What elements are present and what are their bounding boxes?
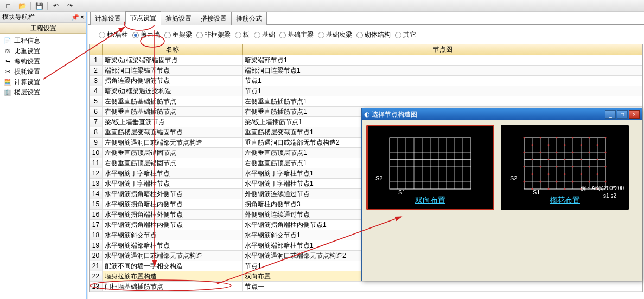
nav-item-icon: 🏢 bbox=[3, 88, 12, 97]
table-row[interactable]: 4暗梁/边框梁遇连梁构造节点1 bbox=[90, 86, 642, 96]
minimize-button[interactable]: _ bbox=[605, 110, 616, 119]
thumb-label[interactable]: 梅花布置 bbox=[550, 196, 580, 205]
svg-point-63 bbox=[581, 173, 582, 175]
radio-7[interactable]: 基础次梁 bbox=[318, 30, 352, 40]
radio-4[interactable]: 板 bbox=[235, 30, 250, 40]
new-button[interactable]: □ bbox=[2, 1, 14, 11]
radio-9[interactable]: 其它 bbox=[395, 30, 416, 40]
nav-item-3[interactable]: ✂损耗设置 bbox=[1, 67, 85, 77]
nav-item-5[interactable]: 🏢楼层设置 bbox=[1, 87, 85, 98]
save-button[interactable]: 💾 bbox=[33, 1, 45, 11]
row-name: 拐角连梁内侧钢筋节点 bbox=[103, 76, 243, 86]
row-index: 23 bbox=[90, 282, 103, 291]
tab-1[interactable]: 节点设置 bbox=[125, 11, 161, 25]
row-index: 13 bbox=[90, 179, 103, 188]
layout-thumb-0[interactable]: S2S1双向布置 bbox=[366, 125, 494, 210]
radio-8[interactable]: 砌体结构 bbox=[356, 30, 391, 40]
svg-point-69 bbox=[589, 181, 590, 183]
svg-point-73 bbox=[564, 188, 566, 190]
thumb-label[interactable]: 双向布置 bbox=[415, 196, 445, 205]
table-row[interactable]: 1暗梁/边框梁端部锚固节点暗梁端部节点1 bbox=[90, 55, 642, 66]
radio-icon bbox=[164, 32, 171, 38]
radio-label: 砌体结构 bbox=[365, 30, 391, 40]
close-button[interactable]: × bbox=[629, 110, 640, 119]
svg-point-64 bbox=[597, 173, 598, 175]
radio-icon bbox=[196, 32, 203, 38]
svg-point-32 bbox=[524, 137, 525, 139]
tab-2[interactable]: 箍筋设置 bbox=[161, 12, 196, 25]
nav-item-icon: 📄 bbox=[3, 37, 12, 46]
dialog-titlebar[interactable]: ◐ 选择节点构造图 _ □ × bbox=[362, 108, 642, 120]
radio-2[interactable]: 框架梁 bbox=[164, 30, 192, 40]
row-index: 12 bbox=[90, 168, 103, 178]
radio-label: 其它 bbox=[403, 30, 416, 40]
sub-label: s1 s2 bbox=[603, 193, 616, 199]
table-row[interactable]: 23门框墙基础插筋节点节点一 bbox=[90, 282, 642, 292]
radio-icon bbox=[356, 32, 363, 38]
svg-point-42 bbox=[597, 144, 598, 146]
pin-icon[interactable]: 📌 bbox=[71, 14, 79, 21]
nav-item-1[interactable]: ⚖比重设置 bbox=[1, 46, 85, 56]
row-index: 16 bbox=[90, 210, 103, 219]
row-index: 8 bbox=[90, 127, 103, 137]
row-index: 10 bbox=[90, 148, 103, 158]
row-name: 梁/板上墙垂直筋节点 bbox=[103, 117, 243, 127]
close-panel-icon[interactable]: × bbox=[80, 14, 84, 21]
tab-strip: 计算设置节点设置箍筋设置搭接设置箍筋公式 bbox=[88, 12, 644, 25]
table-row[interactable]: 3拐角连梁内侧钢筋节点节点1 bbox=[90, 76, 642, 86]
svg-point-57 bbox=[572, 166, 574, 168]
svg-point-68 bbox=[572, 181, 574, 183]
undo-button[interactable]: ↶ bbox=[50, 1, 62, 11]
tab-4[interactable]: 箍筋公式 bbox=[231, 12, 267, 25]
table-row[interactable]: 5左侧垂直筋基础插筋节点左侧垂直筋插筋节点1 bbox=[90, 96, 642, 107]
radio-0[interactable]: 柱/墙柱 bbox=[99, 30, 128, 40]
open-button[interactable]: 📂 bbox=[16, 1, 28, 11]
svg-point-45 bbox=[556, 152, 558, 153]
radio-5[interactable]: 基础 bbox=[254, 30, 275, 40]
nav-item-4[interactable]: 🧮计算设置 bbox=[1, 77, 85, 87]
row-name: 水平钢筋拐角端柱内侧节点 bbox=[103, 220, 243, 230]
row-index: 3 bbox=[90, 76, 103, 86]
select-node-dialog[interactable]: ◐ 选择节点构造图 _ □ × S2S1双向布置S2S1例：A6@200*200… bbox=[361, 108, 642, 281]
col-name-header: 名称 bbox=[103, 44, 243, 55]
top-toolbar: □ 📂 💾 ↶ ↷ bbox=[0, 0, 644, 12]
radio-6[interactable]: 基础主梁 bbox=[279, 30, 314, 40]
row-node: 左侧垂直筋插筋节点1 bbox=[243, 96, 642, 106]
row-index: 4 bbox=[90, 86, 103, 96]
row-name: 暗梁/边框梁遇连梁构造 bbox=[103, 86, 243, 96]
radio-icon bbox=[235, 32, 241, 38]
row-index: 11 bbox=[90, 158, 103, 168]
nav-item-2[interactable]: ↪弯钩设置 bbox=[1, 56, 85, 67]
table-row[interactable]: 2端部洞口连梁锚固节点端部洞口连梁节点1 bbox=[90, 66, 642, 76]
row-index: 19 bbox=[90, 240, 103, 250]
svg-point-50 bbox=[548, 159, 550, 160]
app-icon: ◐ bbox=[364, 110, 369, 118]
svg-point-65 bbox=[524, 181, 525, 183]
svg-point-33 bbox=[540, 137, 541, 139]
row-node: 端部洞口连梁节点1 bbox=[243, 66, 642, 75]
category-radios: 柱/墙柱剪力墙框架梁非框架梁板基础基础主梁基础次梁砌体结构其它 bbox=[88, 25, 644, 44]
layout-thumb-1[interactable]: S2S1例：A6@200*200s1 s2梅花布置 bbox=[501, 125, 629, 210]
s1-label: S1 bbox=[398, 189, 405, 196]
nav-item-icon: 🧮 bbox=[3, 78, 12, 87]
row-name: 水平钢筋斜交节点 bbox=[103, 230, 243, 240]
svg-point-40 bbox=[564, 144, 566, 146]
radio-1[interactable]: 剪力墙 bbox=[132, 30, 160, 40]
redo-button[interactable]: ↷ bbox=[64, 1, 76, 11]
svg-point-43 bbox=[524, 152, 525, 153]
svg-point-70 bbox=[605, 181, 607, 183]
nav-item-0[interactable]: 📄工程信息 bbox=[1, 36, 85, 46]
tab-0[interactable]: 计算设置 bbox=[90, 12, 126, 25]
separator bbox=[47, 2, 48, 10]
radio-icon bbox=[279, 32, 286, 38]
svg-point-54 bbox=[524, 166, 525, 168]
maximize-button[interactable]: □ bbox=[617, 110, 628, 119]
tab-3[interactable]: 搭接设置 bbox=[196, 12, 232, 25]
row-index: 9 bbox=[90, 138, 103, 147]
svg-point-67 bbox=[556, 181, 558, 183]
dialog-body: S2S1双向布置S2S1例：A6@200*200s1 s2梅花布置 bbox=[362, 120, 642, 214]
radio-3[interactable]: 非框架梁 bbox=[196, 30, 231, 40]
nav-item-icon: ✂ bbox=[3, 68, 12, 76]
radio-icon bbox=[395, 32, 401, 38]
row-node: 节点1 bbox=[243, 76, 642, 86]
